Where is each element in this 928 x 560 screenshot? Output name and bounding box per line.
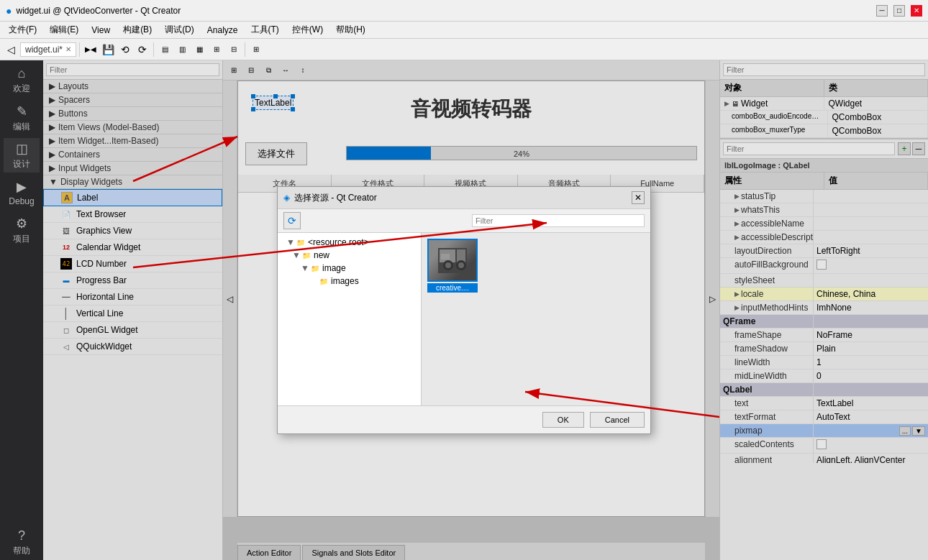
dialog-close-button[interactable]: ✕ [632,191,645,204]
toolbar-btn-8[interactable]: ⊞ [209,42,224,58]
menu-debug[interactable]: 调试(D) [159,22,200,37]
tree-icon-image: 📁 [311,265,319,272]
minimize-button[interactable]: ─ [876,5,888,17]
title-bar-icon: ● [6,5,12,17]
file-tab-label: widget.ui* [25,45,63,55]
title-bar-text: widget.ui @ QtVideoConverter - Qt Creato… [16,6,876,16]
toolbar-btn-10[interactable]: ⊞ [248,42,264,58]
preview-item-creative[interactable]: creative.... [427,239,478,293]
tree-icon-images: 📁 [319,277,328,285]
dialog-titlebar: ◈ 选择资源 - Qt Creator ✕ [278,187,650,209]
menu-analyze[interactable]: Analyze [201,24,244,37]
title-bar: ● widget.ui @ QtVideoConverter - Qt Crea… [0,0,928,22]
dialog-preview: creative.... [422,233,650,405]
dialog-refresh-btn[interactable]: ⟳ [283,212,301,229]
toolbar-btn-4[interactable]: ⟳ [135,42,150,58]
toolbar-btn-3[interactable]: ⟲ [117,42,133,58]
tree-expand-image: ▼ [301,263,308,273]
menu-controls[interactable]: 控件(W) [286,22,329,37]
tree-label-image: image [322,263,346,273]
tree-label-new: new [314,250,329,260]
toolbar-separator-3 [245,42,245,57]
dialog-overlay: ◈ 选择资源 - Qt Creator ✕ ⟳ ▼ 📁 <resource [0,60,928,560]
tree-item-image[interactable]: ▼ 📁 image [281,262,418,275]
dialog-icon: ◈ [283,193,290,203]
tree-item-new[interactable]: ▼ 📁 new [281,249,418,262]
dialog-ok-button[interactable]: OK [542,412,584,428]
dialog-body: ▼ 📁 <resource root> ▼ 📁 new ▼ 📁 image [278,233,650,405]
dialog-tree: ▼ 📁 <resource root> ▼ 📁 new ▼ 📁 image [278,233,422,405]
tree-label-root: <resource root> [308,237,369,247]
menu-build[interactable]: 构建(B) [117,22,158,37]
menu-edit[interactable]: 编辑(E) [44,22,84,37]
svg-point-4 [445,262,451,268]
preview-thumb-creative [427,239,478,282]
svg-point-6 [458,262,464,268]
dialog-toolbar: ⟳ [278,209,650,233]
dialog-title-text: 选择资源 - Qt Creator [294,192,377,204]
toolbar-btn-6[interactable]: ▥ [174,42,190,58]
tree-expand-root: ▼ [286,237,294,247]
menu-view[interactable]: View [86,24,116,37]
toolbar-nav-back[interactable]: ◁ [3,42,19,58]
tree-icon-new: 📁 [302,252,311,260]
resource-dialog: ◈ 选择资源 - Qt Creator ✕ ⟳ ▼ 📁 <resource [277,186,651,434]
close-button[interactable]: ✕ [911,5,922,17]
menu-help[interactable]: 帮助(H) [330,22,371,37]
preview-thumb-inner [429,240,476,280]
thumbnail-icon [438,248,467,273]
maximize-button[interactable]: □ [893,5,905,17]
svg-rect-7 [441,254,450,260]
dialog-cancel-button[interactable]: Cancel [590,412,645,428]
toolbar-btn-2[interactable]: 💾 [100,42,116,58]
tree-item-images[interactable]: 📁 images [281,275,418,288]
tree-label-images: images [331,276,359,286]
toolbar-btn-7[interactable]: ▦ [191,42,207,58]
toolbar-btn-1[interactable]: ▶◀ [83,42,99,58]
tree-item-root[interactable]: ▼ 📁 <resource root> [281,236,418,249]
menu-tools[interactable]: 工具(T) [245,22,285,37]
file-tab-close[interactable]: ✕ [65,45,71,53]
dialog-filter-input[interactable] [472,214,645,227]
toolbar: ◁ widget.ui* ✕ ▶◀ 💾 ⟲ ⟳ ▤ ▥ ▦ ⊞ ⊟ ⊞ [0,39,928,60]
toolbar-btn-9[interactable]: ⊟ [226,42,242,58]
tree-expand-new: ▼ [292,250,299,260]
toolbar-btn-5[interactable]: ▤ [157,42,173,58]
toolbar-separator-2 [153,42,154,57]
menu-file[interactable]: 文件(F) [3,22,42,37]
menu-bar: 文件(F) 编辑(E) View 构建(B) 调试(D) Analyze 工具(… [0,22,928,39]
dialog-title: ◈ 选择资源 - Qt Creator [283,192,377,204]
preview-label-creative: creative.... [427,283,478,293]
tree-icon-root: 📁 [296,239,305,247]
toolbar-separator-1 [79,42,80,57]
dialog-footer: OK Cancel [278,405,650,433]
